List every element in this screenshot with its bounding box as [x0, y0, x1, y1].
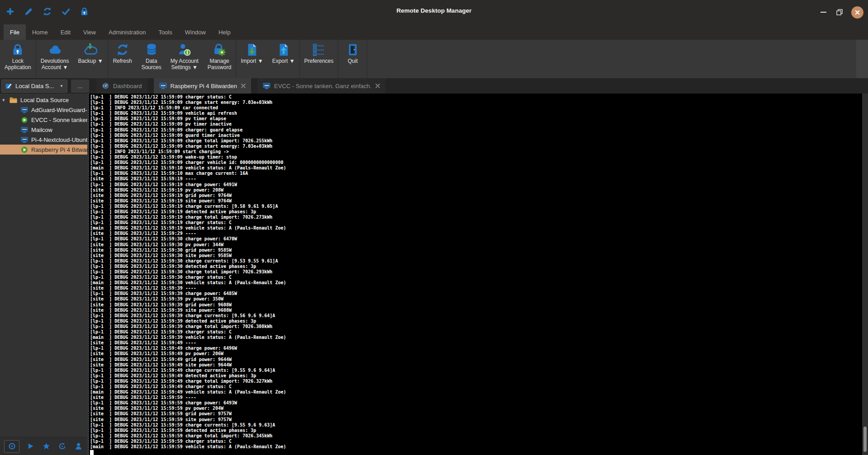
sidebar-footer-button[interactable]	[57, 441, 67, 451]
ribbon-button-data-sources[interactable]: Data Sources	[137, 40, 166, 78]
terminal-panel[interactable]: [lp-1 ] DEBUG 2023/11/12 15:59:09 charge…	[89, 94, 868, 455]
user-icon	[75, 442, 82, 450]
database-icon	[145, 43, 158, 56]
disc-icon	[8, 442, 16, 450]
svg-text:SSH: SSH	[22, 108, 27, 111]
play-icon	[21, 146, 28, 153]
ribbon-button-my-account-settings[interactable]: My Account Settings ▼	[166, 40, 203, 78]
menu-item-window[interactable]: Window	[179, 24, 212, 40]
tree-item-mailcow[interactable]: SSH Mailcow	[0, 125, 87, 135]
ribbon-button-quit[interactable]: Quit	[338, 40, 367, 78]
import-icon	[245, 43, 259, 56]
quick-access-button[interactable]	[43, 7, 52, 16]
menu-item-tools[interactable]: Tools	[152, 24, 178, 40]
terminal-output: [lp-1 ] DEBUG 2023/11/12 15:59:09 charge…	[89, 94, 868, 450]
dashboard-icon	[102, 82, 109, 89]
tree-item-evcc-sonne-tanken[interactable]: EVCC - Sonne tanken.	[0, 115, 87, 125]
tab-dashboard[interactable]: Dashboard	[96, 78, 147, 94]
preferences-icon	[312, 43, 326, 56]
quick-access-toolbar	[5, 7, 89, 16]
ribbon-button-preferences[interactable]: Preferences	[300, 40, 339, 78]
tree-item-raspberry-pi-4-bitward[interactable]: Raspberry Pi 4 Bitward	[0, 145, 87, 155]
tree-root-label: Local Data Source	[20, 97, 69, 103]
add-icon	[5, 7, 15, 16]
export-icon	[277, 43, 290, 56]
close-x-icon[interactable]	[241, 84, 246, 88]
data-source-selector[interactable]: Local Data S... ▼	[1, 80, 67, 93]
svg-text:SSH: SSH	[264, 84, 269, 87]
ssh-icon: SSH	[21, 127, 28, 133]
check-icon	[61, 7, 71, 16]
refresh-icon	[116, 43, 129, 56]
sidebar-footer	[0, 437, 87, 455]
ssh-icon: SSH	[21, 107, 28, 113]
expander-icon[interactable]: ▾	[2, 97, 9, 103]
close-x-icon[interactable]	[375, 84, 380, 88]
lock-gear-icon	[213, 43, 226, 56]
history-icon	[58, 442, 66, 450]
quick-access-button[interactable]	[5, 7, 15, 16]
tab-strip: Local Data S... ▼ ... Dashboard SSH Rasp…	[0, 78, 868, 94]
svg-text:SSH: SSH	[22, 128, 27, 131]
menu-item-administration[interactable]: Administration	[102, 24, 152, 40]
quit-icon	[346, 43, 360, 56]
maximize-button[interactable]	[835, 8, 844, 17]
lock-icon	[80, 7, 89, 16]
tab-evcc-sonne-tanken-ganz-einfach[interactable]: SSH EVCC - Sonne tanken. Ganz einfach.	[257, 78, 385, 94]
ribbon-button-export[interactable]: Export ▼	[268, 40, 300, 78]
sidebar-footer-button[interactable]	[73, 441, 83, 451]
scrollbar-thumb[interactable]	[863, 427, 867, 452]
star-icon	[43, 442, 50, 450]
tabs: Dashboard SSH Raspberry Pi 4 Bitwarden S…	[96, 78, 385, 94]
terminal-cursor	[90, 450, 94, 455]
sidebar-footer-button[interactable]	[4, 440, 19, 453]
lock-icon	[11, 43, 24, 56]
terminal-scrollbar[interactable]	[862, 94, 868, 455]
ribbon-buttons: Lock Application Devolutions Account ▼ B…	[0, 40, 367, 78]
ribbon-button-manage-password[interactable]: Manage Password	[203, 40, 237, 78]
menu-item-view[interactable]: View	[77, 24, 102, 40]
quick-access-button[interactable]	[24, 7, 33, 16]
window-title: Remote Desktop Manager	[397, 7, 472, 14]
refresh-icon	[43, 7, 52, 16]
main-content: ▾ Local Data Source SSH AdGuard-WireGuar…	[0, 94, 868, 455]
ribbon-button-lock-application[interactable]: Lock Application	[0, 40, 36, 78]
ribbon-button-backup[interactable]: Backup ▼	[73, 40, 108, 78]
tab-raspberry-pi-4-bitwarden[interactable]: SSH Raspberry Pi 4 Bitwarden	[154, 78, 251, 94]
tab-overflow-button[interactable]: ...	[71, 80, 89, 93]
close-button[interactable]	[851, 6, 863, 19]
ribbon-end-strip	[856, 40, 868, 78]
tree-item-adguard-wireguard-r[interactable]: SSH AdGuard-WireGuard-R	[0, 105, 87, 115]
ribbon: Lock Application Devolutions Account ▼ B…	[0, 40, 868, 78]
menu-item-home[interactable]: Home	[26, 24, 54, 40]
minimize-icon	[821, 12, 826, 13]
entry-tree: ▾ Local Data Source SSH AdGuard-WireGuar…	[0, 94, 87, 437]
quick-access-button[interactable]	[80, 7, 89, 16]
menu-item-help[interactable]: Help	[212, 24, 237, 40]
maximize-icon	[836, 9, 843, 15]
svg-text:SSH: SSH	[161, 84, 166, 87]
ribbon-button-devolutions-account[interactable]: Devolutions Account ▼	[36, 40, 74, 78]
quick-access-button[interactable]	[61, 7, 71, 16]
tree-node-local-data-source[interactable]: ▾ Local Data Source	[0, 95, 87, 105]
ribbon-button-import[interactable]: Import ▼	[236, 40, 267, 78]
menu-item-edit[interactable]: Edit	[54, 24, 77, 40]
window-controls	[819, 0, 863, 24]
data-source-selector-label: Local Data S...	[15, 83, 54, 89]
folder-icon	[9, 97, 18, 103]
minimize-button[interactable]	[819, 8, 828, 17]
cloud-icon	[48, 43, 62, 56]
chevron-down-icon: ▼	[60, 84, 63, 88]
navigation-sidebar: ▾ Local Data Source SSH AdGuard-WireGuar…	[0, 94, 87, 455]
sidebar-footer-button[interactable]	[25, 441, 35, 451]
sidebar-footer-button[interactable]	[42, 441, 52, 451]
tree-item-pi-4-nextcloud-ubunt[interactable]: SSH Pi-4-Nextcloud-Ubunt	[0, 135, 87, 145]
play-arrow-icon	[27, 442, 34, 450]
menu-item-file[interactable]: File	[4, 24, 26, 40]
datasource-icon	[5, 83, 12, 89]
ribbon-button-refresh[interactable]: Refresh	[108, 40, 137, 78]
titlebar[interactable]: Remote Desktop Manager	[0, 0, 868, 24]
play-icon	[21, 117, 28, 123]
cloud-backup-icon	[84, 43, 97, 56]
svg-text:SSH: SSH	[22, 138, 27, 141]
